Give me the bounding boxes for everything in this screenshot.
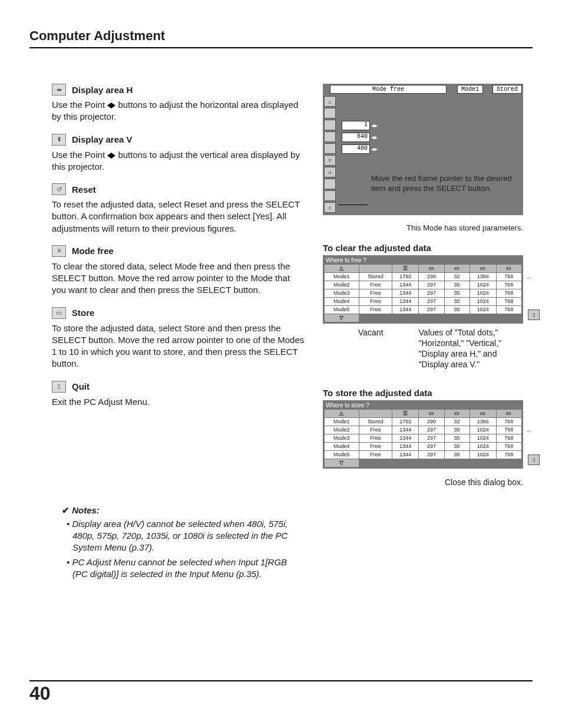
store-icon: ▭ (52, 307, 66, 319)
adjust-arrows-icon[interactable]: ◀▶ (371, 146, 378, 153)
tab-mode1[interactable]: Mode1 (457, 85, 483, 94)
store-heading: To store the adjusted data (323, 388, 523, 398)
adjust-arrows-icon[interactable]: ◀▶ (371, 134, 378, 141)
display-area-v-icon: ⬍ (52, 134, 66, 146)
display-area-h-icon: ⬌ (52, 84, 66, 95)
mode-free-icon[interactable] (324, 179, 336, 189)
mode-table: △☰▭▭▭▭ Mode1Stored1792290321366768 Mode2… (324, 409, 522, 467)
pc-adjust-menu-panel: Mode free Mode1 Stored △ ▽ ↺ ▯ (323, 84, 523, 215)
triangle-left-icon (107, 103, 111, 108)
pointer-arrow-icon: ← (525, 273, 534, 282)
table-row[interactable]: Mode2Free1344297351024768 (325, 281, 522, 289)
pointer-arrow-icon: ← (525, 426, 534, 436)
table-row[interactable]: Mode4Free1344297351024768 (325, 297, 522, 305)
store-icon[interactable] (324, 190, 336, 201)
value-field[interactable]: 480 (342, 144, 370, 154)
table-row[interactable]: Mode3Free1344297351024768 (325, 434, 522, 442)
quit-icon: ▯ (52, 381, 66, 393)
section-title: Display area V (72, 134, 133, 144)
menu-item-icon[interactable] (324, 108, 336, 118)
callout-values: Values of "Total dots," "Horizontal," "V… (419, 327, 513, 370)
page-number: 40 (29, 681, 533, 704)
section-title: Display area H (72, 85, 133, 95)
section-body: Use the Point buttons to adjust the hori… (52, 99, 305, 123)
tab-stored[interactable]: Stored (492, 85, 522, 94)
section-title: Quit (72, 381, 90, 391)
section-body: To reset the adjusted data, select Reset… (52, 199, 305, 235)
scroll-up-icon[interactable]: △ (324, 96, 336, 107)
value-field[interactable]: 1 (342, 121, 370, 130)
callout-close-dialog: Close this dialog box. (323, 477, 523, 487)
scroll-down-icon[interactable]: ▽ (324, 155, 336, 166)
table-row[interactable]: Mode2Free1344297351024768 (325, 426, 522, 434)
notes-block: Notes: Display area (H/V) cannot be sele… (0, 487, 318, 580)
display-area-h-icon[interactable] (324, 131, 336, 142)
menu-sidebar: △ ▽ ↺ ▯ (323, 95, 337, 215)
menu-item-icon[interactable] (324, 120, 336, 130)
dialog-title: Where to store ? (324, 401, 522, 409)
section-body: Exit the PC Adjust Menu. (52, 396, 305, 408)
where-to-store-dialog: Where to store ? △☰▭▭▭▭ Mode1Stored17922… (323, 400, 523, 469)
value-field[interactable]: 640 (342, 133, 370, 142)
panel-note-text: Move the red frame pointer to the desire… (342, 174, 518, 194)
scroll-up-icon[interactable]: △ (325, 264, 359, 272)
table-row[interactable]: Mode3Free1344297351024768 (325, 289, 522, 297)
scroll-up-icon[interactable]: △ (325, 409, 359, 417)
quit-icon[interactable]: ▯ (528, 309, 540, 320)
right-column: Mode free Mode1 Stored △ ▽ ↺ ▯ (323, 84, 523, 487)
section-body: To clear the stored data, select Mode fr… (52, 261, 305, 297)
scroll-down-icon[interactable]: ▽ (325, 459, 359, 467)
page-title: Computer Adjustment (0, 0, 562, 47)
where-to-free-dialog: Where to free ? △☰▭▭▭▭ Mode1Stored179229… (323, 255, 523, 324)
table-row[interactable]: Mode1Stored1792290321366768 (325, 272, 522, 281)
triangle-left-icon (107, 153, 111, 159)
note-item: Display area (H/V) cannot be selected wh… (72, 518, 289, 554)
quit-icon[interactable]: ▯ (528, 454, 540, 465)
adjust-arrows-icon[interactable]: ◀▶ (371, 123, 378, 129)
page-footer: 40 (29, 680, 533, 704)
table-row[interactable]: Mode5Free1344297351024768 (325, 450, 522, 459)
table-row[interactable]: Mode5Free1344297351024768 (325, 305, 522, 314)
section-body: To store the adjusted data, select Store… (52, 322, 305, 370)
table-row[interactable]: Mode4Free1344297351024768 (325, 442, 522, 450)
mode-table: △☰▭▭▭▭ Mode1Stored1792290321366768 Mode2… (324, 264, 522, 322)
section-body: Use the Point buttons to adjust the vert… (52, 149, 305, 173)
quit-icon[interactable]: ▯ (324, 202, 336, 213)
reset-icon: ↺ (52, 183, 66, 195)
section-title: Reset (72, 185, 96, 195)
scroll-down-icon[interactable]: ▽ (325, 314, 359, 322)
section-title: Store (72, 308, 94, 318)
tab-mode-free[interactable]: Mode free (330, 85, 447, 94)
display-area-v-icon[interactable] (324, 143, 336, 154)
table-row[interactable]: Mode1Stored1792290321366768 (325, 417, 522, 426)
notes-heading: Notes: (62, 505, 289, 516)
reset-icon[interactable]: ↺ (324, 167, 336, 177)
left-column: ⬌ Display area H Use the Point buttons t… (52, 84, 305, 487)
note-item: PC Adjust Menu cannot be selected when I… (72, 556, 289, 581)
section-title: Mode free (72, 246, 114, 256)
stored-mode-note: This Mode has stored parameters. (323, 219, 523, 235)
mode-free-icon: ✕ (52, 245, 66, 257)
callout-vacant: Vacant (358, 327, 384, 370)
clear-heading: To clear the adjusted data (323, 243, 523, 253)
dialog-title: Where to free ? (324, 256, 522, 264)
